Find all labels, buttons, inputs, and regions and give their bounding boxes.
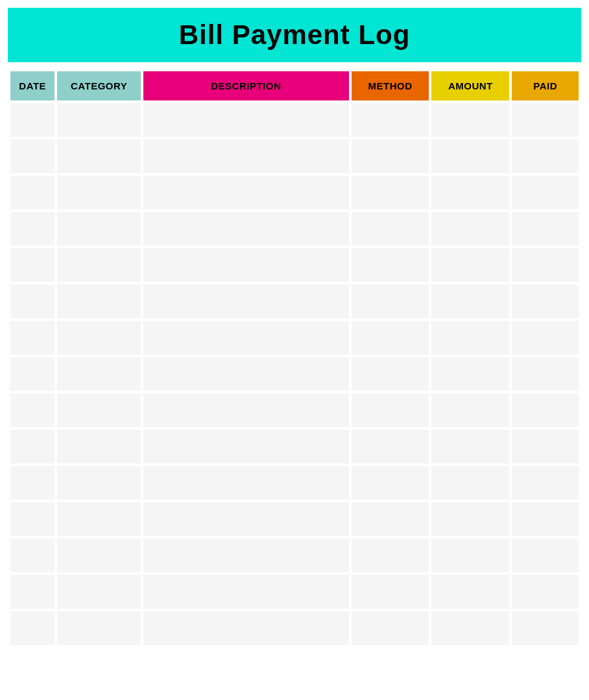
method-cell[interactable] (352, 611, 429, 645)
date-cell[interactable] (10, 575, 54, 609)
date-cell[interactable] (10, 357, 54, 391)
description-cell[interactable] (143, 466, 349, 500)
description-cell[interactable] (143, 212, 349, 246)
method-cell[interactable] (352, 139, 429, 173)
description-cell[interactable] (143, 248, 349, 282)
method-cell[interactable] (352, 466, 429, 500)
paid-cell[interactable] (512, 285, 579, 318)
paid-cell[interactable] (512, 466, 579, 500)
date-cell[interactable] (10, 466, 54, 500)
method-cell[interactable] (352, 393, 429, 427)
amount-cell[interactable] (431, 103, 509, 137)
description-cell[interactable] (143, 393, 349, 427)
amount-cell[interactable] (431, 575, 509, 609)
description-cell[interactable] (143, 103, 349, 137)
category-cell[interactable] (57, 103, 140, 137)
paid-cell[interactable] (512, 611, 579, 645)
description-cell[interactable] (143, 539, 349, 572)
col-header-description: DESCRIPTION (143, 71, 349, 100)
amount-cell[interactable] (431, 139, 509, 173)
amount-cell[interactable] (431, 430, 509, 463)
date-cell[interactable] (10, 212, 54, 246)
date-cell[interactable] (10, 103, 54, 137)
category-cell[interactable] (57, 212, 140, 246)
category-cell[interactable] (57, 321, 140, 355)
date-cell[interactable] (10, 285, 54, 318)
method-cell[interactable] (352, 502, 429, 536)
date-cell[interactable] (10, 139, 54, 173)
date-cell[interactable] (10, 393, 54, 427)
table-row (10, 321, 579, 355)
amount-cell[interactable] (431, 539, 509, 572)
paid-cell[interactable] (512, 321, 579, 355)
description-cell[interactable] (143, 139, 349, 173)
paid-cell[interactable] (512, 212, 579, 246)
table-row (10, 430, 579, 463)
amount-cell[interactable] (431, 212, 509, 246)
amount-cell[interactable] (431, 357, 509, 391)
category-cell[interactable] (57, 575, 140, 609)
table-row (10, 176, 579, 209)
amount-cell[interactable] (431, 502, 509, 536)
category-cell[interactable] (57, 176, 140, 209)
category-cell[interactable] (57, 357, 140, 391)
date-cell[interactable] (10, 502, 54, 536)
paid-cell[interactable] (512, 393, 579, 427)
amount-cell[interactable] (431, 466, 509, 500)
description-cell[interactable] (143, 176, 349, 209)
table-row (10, 575, 579, 609)
paid-cell[interactable] (512, 357, 579, 391)
date-cell[interactable] (10, 611, 54, 645)
date-cell[interactable] (10, 321, 54, 355)
description-cell[interactable] (143, 357, 349, 391)
method-cell[interactable] (352, 103, 429, 137)
paid-cell[interactable] (512, 103, 579, 137)
amount-cell[interactable] (431, 611, 509, 645)
category-cell[interactable] (57, 466, 140, 500)
amount-cell[interactable] (431, 285, 509, 318)
method-cell[interactable] (352, 357, 429, 391)
description-cell[interactable] (143, 321, 349, 355)
category-cell[interactable] (57, 248, 140, 282)
method-cell[interactable] (352, 321, 429, 355)
category-cell[interactable] (57, 611, 140, 645)
table-row (10, 139, 579, 173)
method-cell[interactable] (352, 575, 429, 609)
amount-cell[interactable] (431, 176, 509, 209)
date-cell[interactable] (10, 176, 54, 209)
method-cell[interactable] (352, 176, 429, 209)
date-cell[interactable] (10, 539, 54, 572)
paid-cell[interactable] (512, 502, 579, 536)
paid-cell[interactable] (512, 575, 579, 609)
method-cell[interactable] (352, 248, 429, 282)
description-cell[interactable] (143, 430, 349, 463)
category-cell[interactable] (57, 139, 140, 173)
method-cell[interactable] (352, 212, 429, 246)
date-cell[interactable] (10, 430, 54, 463)
table-row (10, 212, 579, 246)
date-cell[interactable] (10, 248, 54, 282)
category-cell[interactable] (57, 502, 140, 536)
amount-cell[interactable] (431, 393, 509, 427)
paid-cell[interactable] (512, 539, 579, 572)
page-title: Bill Payment Log (14, 19, 575, 51)
table-row (10, 357, 579, 391)
description-cell[interactable] (143, 575, 349, 609)
amount-cell[interactable] (431, 321, 509, 355)
table-header-row: DATE CATEGORY DESCRIPTION METHOD AMOUNT … (10, 71, 579, 100)
category-cell[interactable] (57, 393, 140, 427)
method-cell[interactable] (352, 539, 429, 572)
description-cell[interactable] (143, 502, 349, 536)
paid-cell[interactable] (512, 248, 579, 282)
method-cell[interactable] (352, 430, 429, 463)
paid-cell[interactable] (512, 139, 579, 173)
paid-cell[interactable] (512, 430, 579, 463)
amount-cell[interactable] (431, 248, 509, 282)
category-cell[interactable] (57, 285, 140, 318)
description-cell[interactable] (143, 611, 349, 645)
category-cell[interactable] (57, 539, 140, 572)
paid-cell[interactable] (512, 176, 579, 209)
category-cell[interactable] (57, 430, 140, 463)
description-cell[interactable] (143, 285, 349, 318)
method-cell[interactable] (352, 285, 429, 318)
